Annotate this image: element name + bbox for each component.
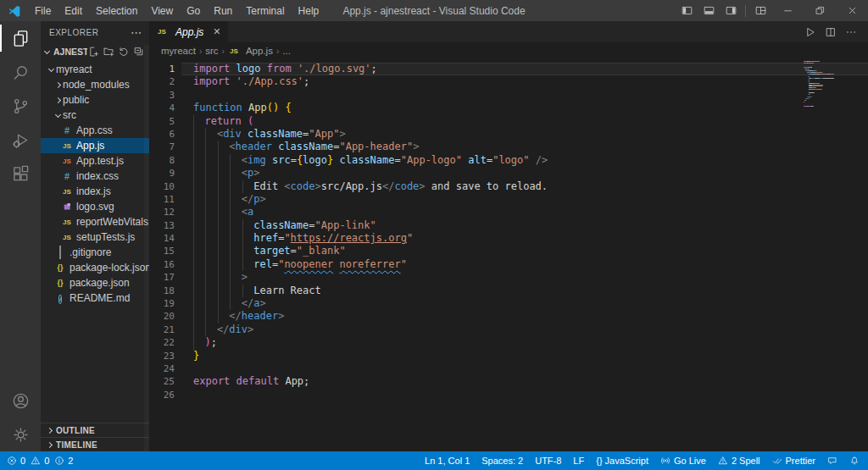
activitybar-settings-gear-icon[interactable] xyxy=(0,417,41,451)
status-2-spell[interactable]: 2 Spell xyxy=(718,456,760,466)
status--javascript[interactable]: {} JavaScript xyxy=(596,456,648,466)
breadcrumb-item-myreact[interactable]: myreact xyxy=(161,46,196,56)
menu-help[interactable]: Help xyxy=(292,0,326,21)
line-number: 1 xyxy=(149,63,175,75)
tree-item-app-css[interactable]: #App.css xyxy=(41,123,149,138)
file-tree: myreactnode_modulespublicsrc#App.cssJSAp… xyxy=(41,60,149,423)
code-line-21: 21</div> xyxy=(149,323,868,336)
code-line-3: 3 xyxy=(149,89,868,102)
menu-go[interactable]: Go xyxy=(180,0,207,21)
close-button[interactable] xyxy=(836,0,868,21)
tree-item-node-modules[interactable]: node_modules xyxy=(41,77,149,92)
status-bar: 002 Ln 1, Col 1Spaces: 2UTF-8LF{} JavaSc… xyxy=(0,451,868,470)
minimap[interactable] xyxy=(804,61,856,109)
status-0[interactable]: 0 xyxy=(7,456,25,466)
tab-appjs[interactable]: JS App.js ✕ xyxy=(149,21,228,42)
tree-item-setuptests-js[interactable]: JSsetupTests.js xyxy=(41,229,149,245)
toggle-sidebar-icon[interactable] xyxy=(676,0,698,21)
tree-item-readme-md[interactable]: iREADME.md xyxy=(41,290,149,306)
tab-close-icon[interactable]: ✕ xyxy=(213,26,220,37)
tree-item-app-test-js[interactable]: JSApp.test.js xyxy=(41,153,149,169)
split-editor-icon[interactable] xyxy=(822,24,839,41)
chevron-down-icon xyxy=(55,111,61,117)
tree-item-logo-svg[interactable]: logo.svg xyxy=(41,199,149,214)
customize-layout-icon[interactable] xyxy=(749,0,771,21)
activitybar-files-icon[interactable] xyxy=(0,21,41,55)
panel-timeline[interactable]: TIMELINE xyxy=(41,437,149,451)
editor-area: JS App.js ✕ myreact›src›JSApp.js›... 1im… xyxy=(149,21,868,451)
tree-item-myreact[interactable]: myreact xyxy=(41,62,149,77)
menu-selection[interactable]: Selection xyxy=(89,0,144,21)
line-number: 2 xyxy=(149,75,175,88)
new-file-icon[interactable] xyxy=(87,46,100,58)
line-number: 26 xyxy=(149,389,175,401)
code-line-20: 20</header> xyxy=(149,310,868,323)
status-utf-8[interactable]: UTF-8 xyxy=(535,456,561,466)
line-number: 25 xyxy=(149,375,175,388)
menu-edit[interactable]: Edit xyxy=(58,0,89,21)
toggle-secondary-sidebar-icon[interactable] xyxy=(720,0,742,21)
css-file-icon: # xyxy=(61,171,73,181)
tree-item-index-css[interactable]: #index.css xyxy=(41,169,149,184)
tree-item-reportwebvitals-js[interactable]: JSreportWebVitals.js xyxy=(41,214,149,229)
tab-bar: JS App.js ✕ xyxy=(149,21,868,42)
breadcrumb-item-src[interactable]: src xyxy=(205,46,218,56)
tree-item-src[interactable]: src xyxy=(41,108,149,123)
tree-item-app-js[interactable]: JSApp.js xyxy=(41,138,149,153)
indent-guides xyxy=(193,258,253,271)
workspace-section-header[interactable]: AJNEST... xyxy=(41,43,149,60)
breadcrumb-item-app-js[interactable]: JSApp.js xyxy=(228,46,273,56)
tree-item-public[interactable]: public xyxy=(41,92,149,108)
panel-outline[interactable]: OUTLINE xyxy=(41,423,149,437)
status-lf[interactable]: LF xyxy=(573,456,584,466)
menu-file[interactable]: File xyxy=(28,0,58,21)
line-number: 5 xyxy=(149,115,175,128)
status-go-live[interactable]: Go Live xyxy=(660,456,706,466)
explorer-more-actions-icon[interactable]: ⋯ xyxy=(131,26,142,39)
code-line-19: 19</a> xyxy=(149,297,868,310)
tree-item-package-json[interactable]: {}package.json xyxy=(41,275,149,290)
restore-button[interactable] xyxy=(804,0,836,21)
status-2[interactable]: 2 xyxy=(54,456,73,466)
status-bell-icon[interactable] xyxy=(849,456,860,466)
run-file-icon[interactable] xyxy=(802,24,819,41)
activitybar-source-control-icon[interactable] xyxy=(0,89,41,123)
status-prettier[interactable]: Prettier xyxy=(772,456,815,466)
code-line-11: 11</p> xyxy=(149,193,868,206)
activitybar-search-icon[interactable] xyxy=(0,55,41,89)
warning-icon xyxy=(718,456,728,466)
chevron-right-icon xyxy=(47,441,53,447)
menu-run[interactable]: Run xyxy=(207,0,239,21)
status-ln-1-col-1[interactable]: Ln 1, Col 1 xyxy=(425,456,470,466)
refresh-icon[interactable] xyxy=(118,46,131,58)
code-line-1: 1import logo from './logo.svg'; xyxy=(149,63,868,75)
code-line-5: 5return ( xyxy=(149,115,868,128)
more-actions-icon[interactable] xyxy=(843,24,860,41)
code-line-13: 13className="App-link" xyxy=(149,219,868,232)
activitybar-run-debug-icon[interactable] xyxy=(0,123,41,157)
new-folder-icon[interactable] xyxy=(103,46,115,58)
minimize-button[interactable] xyxy=(771,0,804,21)
breadcrumb-item--[interactable]: ... xyxy=(282,46,291,56)
js-file-icon: JS xyxy=(228,47,240,55)
menu-view[interactable]: View xyxy=(144,0,180,21)
tree-item-label: setupTests.js xyxy=(76,231,135,243)
code-line-24: 24 xyxy=(149,362,868,375)
code-line-7: 7<header className="App-header"> xyxy=(149,141,868,153)
collapse-all-icon[interactable] xyxy=(133,46,146,58)
activitybar-account-icon[interactable] xyxy=(0,384,41,417)
tree-item-label: App.test.js xyxy=(76,155,124,167)
status-feedback-icon[interactable] xyxy=(827,456,837,466)
tree-item-label: .gitignore xyxy=(70,246,111,258)
tree-item-package-lock-json[interactable]: {}package-lock.json xyxy=(41,260,149,275)
code-line-10: 10Edit <code>src/App.js</code> and save … xyxy=(149,180,868,193)
code-editor[interactable]: 1import logo from './logo.svg';2import '… xyxy=(149,59,868,451)
status-spaces-2[interactable]: Spaces: 2 xyxy=(481,456,523,466)
indent-guides xyxy=(193,128,217,141)
tree-item-index-js[interactable]: JSindex.js xyxy=(41,184,149,199)
activitybar-extensions-icon[interactable] xyxy=(0,157,41,191)
status-0[interactable]: 0 xyxy=(31,456,49,466)
tree-item--gitignore[interactable]: .gitignore xyxy=(41,245,149,260)
toggle-panel-icon[interactable] xyxy=(698,0,720,21)
menu-terminal[interactable]: Terminal xyxy=(239,0,291,21)
